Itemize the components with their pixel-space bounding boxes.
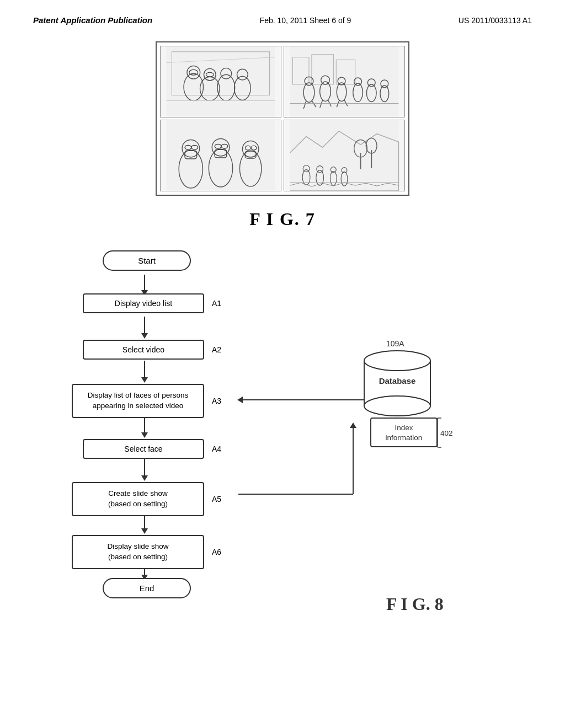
- svg-rect-87: [371, 418, 437, 447]
- photo-cell-2: [284, 46, 405, 117]
- svg-text:Index: Index: [395, 424, 413, 432]
- end-node: End: [103, 578, 191, 598]
- fig7-label: F I G. 7: [249, 209, 316, 229]
- end-oval: End: [103, 578, 191, 598]
- svg-text:Database: Database: [379, 376, 416, 386]
- svg-marker-98: [350, 422, 356, 428]
- svg-text:402: 402: [440, 429, 453, 437]
- svg-text:F I G. 8: F I G. 8: [386, 594, 444, 614]
- a6-text-line2: (based on setting): [108, 553, 168, 561]
- a6-label: A6: [212, 548, 221, 556]
- a6-box: Display slide show (based on setting): [72, 535, 204, 569]
- a3-text-line2: appearing in selected video: [93, 402, 183, 410]
- a3-text-line1: Display list of faces of persons: [88, 391, 188, 399]
- a5-text-line2: (based on setting): [108, 500, 168, 508]
- flow-row-a2: Select video A2: [83, 340, 221, 360]
- a1-label: A1: [212, 299, 221, 308]
- flow-row-a3: Display list of faces of persons appeari…: [72, 384, 221, 418]
- svg-rect-53: [290, 120, 399, 191]
- svg-rect-14: [290, 46, 399, 117]
- a1-box: Display video list: [83, 293, 204, 313]
- svg-marker-95: [237, 397, 243, 403]
- photo-cell-1: [160, 46, 281, 117]
- fig7-section: F I G. 7: [0, 30, 565, 235]
- svg-text:information: information: [386, 433, 423, 442]
- a3-label: A3: [212, 397, 221, 405]
- svg-marker-78: [141, 528, 148, 534]
- page-header: Patent Application Publication Feb. 10, …: [0, 0, 565, 30]
- flow-row-a1: Display video list A1: [83, 293, 221, 313]
- header-patent-number: US 2011/0033113 A1: [459, 16, 532, 25]
- flow-row-a5: Create slide show (based on setting) A5: [72, 482, 221, 516]
- svg-marker-74: [141, 432, 148, 438]
- a5-label: A5: [212, 495, 221, 504]
- svg-marker-76: [141, 475, 148, 481]
- start-oval: Start: [103, 250, 191, 271]
- photo-cell-4: [284, 120, 405, 191]
- svg-text:109A: 109A: [386, 339, 404, 348]
- a4-box: Select face: [83, 439, 204, 459]
- photo-grid: [156, 41, 409, 196]
- photo-cell-3: [160, 120, 281, 191]
- a5-box: Create slide show (based on setting): [72, 482, 204, 516]
- header-date-sheet: Feb. 10, 2011 Sheet 6 of 9: [260, 16, 351, 25]
- svg-point-82: [364, 351, 430, 371]
- flow-row-a6: Display slide show (based on setting) A6: [72, 535, 221, 569]
- a4-label: A4: [212, 445, 221, 453]
- a3-box: Display list of faces of persons appeari…: [72, 384, 204, 418]
- svg-rect-0: [167, 46, 275, 117]
- flow-row-a4: Select face A4: [83, 439, 221, 459]
- start-node: Start: [103, 250, 191, 271]
- a5-text-line1: Create slide show: [108, 489, 167, 497]
- header-publication: Patent Application Publication: [33, 15, 152, 25]
- svg-point-85: [364, 396, 430, 416]
- svg-marker-72: [141, 377, 148, 383]
- a6-text-line1: Display slide show: [107, 542, 168, 550]
- a2-label: A2: [212, 345, 221, 354]
- a2-box: Select video: [83, 340, 204, 360]
- svg-marker-70: [141, 333, 148, 339]
